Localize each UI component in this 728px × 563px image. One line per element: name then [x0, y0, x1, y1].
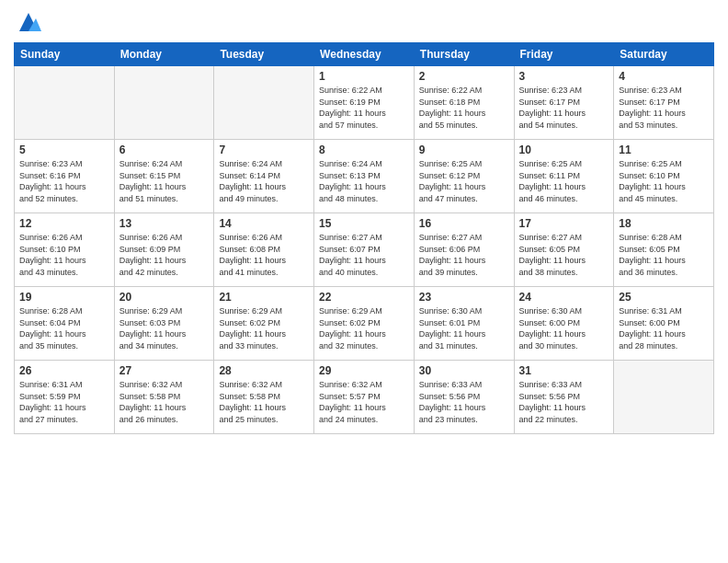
- day-number: 24: [519, 291, 609, 304]
- day-info: Sunrise: 6:26 AM Sunset: 6:08 PM Dayligh…: [219, 232, 309, 278]
- calendar-cell: 7Sunrise: 6:24 AM Sunset: 6:14 PM Daylig…: [214, 140, 314, 213]
- day-number: 14: [219, 217, 309, 230]
- day-info: Sunrise: 6:30 AM Sunset: 6:00 PM Dayligh…: [519, 305, 609, 351]
- day-number: 23: [419, 291, 509, 304]
- day-info: Sunrise: 6:25 AM Sunset: 6:10 PM Dayligh…: [619, 158, 709, 204]
- calendar-cell: 8Sunrise: 6:24 AM Sunset: 6:13 PM Daylig…: [314, 140, 415, 213]
- day-info: Sunrise: 6:26 AM Sunset: 6:09 PM Dayligh…: [119, 232, 210, 278]
- day-number: 7: [219, 144, 309, 156]
- calendar-cell: 20Sunrise: 6:29 AM Sunset: 6:03 PM Dayli…: [114, 287, 214, 361]
- day-number: 11: [619, 144, 709, 156]
- day-number: 8: [319, 144, 409, 156]
- day-info: Sunrise: 6:23 AM Sunset: 6:17 PM Dayligh…: [519, 85, 609, 131]
- weekday-header: Friday: [514, 43, 614, 66]
- calendar-cell: 5Sunrise: 6:23 AM Sunset: 6:16 PM Daylig…: [15, 140, 115, 213]
- calendar-cell: 15Sunrise: 6:27 AM Sunset: 6:07 PM Dayli…: [314, 213, 415, 287]
- calendar-cell: [114, 66, 214, 140]
- day-info: Sunrise: 6:33 AM Sunset: 5:56 PM Dayligh…: [519, 379, 609, 425]
- calendar-week-row: 19Sunrise: 6:28 AM Sunset: 6:04 PM Dayli…: [15, 287, 714, 361]
- day-number: 12: [19, 217, 109, 230]
- day-number: 6: [119, 144, 210, 156]
- day-number: 21: [219, 291, 309, 304]
- day-info: Sunrise: 6:27 AM Sunset: 6:07 PM Dayligh…: [319, 232, 409, 278]
- calendar-cell: [614, 361, 714, 434]
- calendar-cell: 4Sunrise: 6:23 AM Sunset: 6:17 PM Daylig…: [614, 66, 714, 140]
- weekday-header-row: SundayMondayTuesdayWednesdayThursdayFrid…: [15, 43, 714, 66]
- page: SundayMondayTuesdayWednesdayThursdayFrid…: [0, 0, 728, 563]
- day-number: 27: [119, 364, 210, 377]
- day-info: Sunrise: 6:22 AM Sunset: 6:18 PM Dayligh…: [419, 85, 509, 131]
- calendar-cell: 19Sunrise: 6:28 AM Sunset: 6:04 PM Dayli…: [15, 287, 115, 361]
- calendar-cell: 2Sunrise: 6:22 AM Sunset: 6:18 PM Daylig…: [414, 66, 514, 140]
- day-number: 17: [519, 217, 609, 230]
- calendar-cell: 24Sunrise: 6:30 AM Sunset: 6:00 PM Dayli…: [514, 287, 614, 361]
- calendar-cell: 9Sunrise: 6:25 AM Sunset: 6:12 PM Daylig…: [414, 140, 514, 213]
- day-info: Sunrise: 6:32 AM Sunset: 5:58 PM Dayligh…: [219, 379, 309, 425]
- calendar-week-row: 5Sunrise: 6:23 AM Sunset: 6:16 PM Daylig…: [15, 140, 714, 213]
- calendar-cell: 14Sunrise: 6:26 AM Sunset: 6:08 PM Dayli…: [214, 213, 314, 287]
- day-number: 15: [319, 217, 409, 230]
- calendar-cell: 13Sunrise: 6:26 AM Sunset: 6:09 PM Dayli…: [114, 213, 214, 287]
- day-info: Sunrise: 6:31 AM Sunset: 6:00 PM Dayligh…: [619, 305, 709, 351]
- day-info: Sunrise: 6:25 AM Sunset: 6:12 PM Dayligh…: [419, 158, 509, 204]
- day-number: 13: [119, 217, 210, 230]
- calendar-cell: 1Sunrise: 6:22 AM Sunset: 6:19 PM Daylig…: [314, 66, 415, 140]
- calendar: SundayMondayTuesdayWednesdayThursdayFrid…: [14, 42, 714, 434]
- calendar-cell: 21Sunrise: 6:29 AM Sunset: 6:02 PM Dayli…: [214, 287, 314, 361]
- day-info: Sunrise: 6:29 AM Sunset: 6:02 PM Dayligh…: [219, 305, 309, 351]
- day-number: 30: [419, 364, 509, 377]
- day-info: Sunrise: 6:29 AM Sunset: 6:03 PM Dayligh…: [119, 305, 210, 351]
- header: [14, 9, 714, 35]
- day-number: 20: [119, 291, 210, 304]
- day-number: 2: [419, 70, 509, 83]
- day-info: Sunrise: 6:28 AM Sunset: 6:04 PM Dayligh…: [19, 305, 109, 351]
- day-info: Sunrise: 6:28 AM Sunset: 6:05 PM Dayligh…: [619, 232, 709, 278]
- logo-icon: [16, 9, 41, 35]
- day-info: Sunrise: 6:33 AM Sunset: 5:56 PM Dayligh…: [419, 379, 509, 425]
- day-number: 1: [319, 70, 409, 83]
- weekday-header: Monday: [114, 43, 214, 66]
- calendar-cell: 23Sunrise: 6:30 AM Sunset: 6:01 PM Dayli…: [414, 287, 514, 361]
- day-info: Sunrise: 6:23 AM Sunset: 6:16 PM Dayligh…: [19, 158, 109, 204]
- day-number: 25: [619, 291, 709, 304]
- day-number: 22: [319, 291, 409, 304]
- calendar-cell: 3Sunrise: 6:23 AM Sunset: 6:17 PM Daylig…: [514, 66, 614, 140]
- weekday-header: Tuesday: [214, 43, 314, 66]
- weekday-header: Wednesday: [314, 43, 415, 66]
- calendar-week-row: 26Sunrise: 6:31 AM Sunset: 5:59 PM Dayli…: [15, 361, 714, 434]
- day-info: Sunrise: 6:32 AM Sunset: 5:58 PM Dayligh…: [119, 379, 210, 425]
- calendar-cell: 31Sunrise: 6:33 AM Sunset: 5:56 PM Dayli…: [514, 361, 614, 434]
- weekday-header: Saturday: [614, 43, 714, 66]
- calendar-cell: 6Sunrise: 6:24 AM Sunset: 6:15 PM Daylig…: [114, 140, 214, 213]
- day-number: 3: [519, 70, 609, 83]
- day-info: Sunrise: 6:27 AM Sunset: 6:05 PM Dayligh…: [519, 232, 609, 278]
- calendar-cell: 18Sunrise: 6:28 AM Sunset: 6:05 PM Dayli…: [614, 213, 714, 287]
- day-number: 18: [619, 217, 709, 230]
- day-number: 10: [519, 144, 609, 156]
- day-number: 26: [19, 364, 109, 377]
- day-number: 29: [319, 364, 409, 377]
- calendar-cell: [214, 66, 314, 140]
- weekday-header: Sunday: [15, 43, 115, 66]
- day-info: Sunrise: 6:23 AM Sunset: 6:17 PM Dayligh…: [619, 85, 709, 131]
- day-info: Sunrise: 6:26 AM Sunset: 6:10 PM Dayligh…: [19, 232, 109, 278]
- calendar-week-row: 12Sunrise: 6:26 AM Sunset: 6:10 PM Dayli…: [15, 213, 714, 287]
- day-info: Sunrise: 6:24 AM Sunset: 6:15 PM Dayligh…: [119, 158, 210, 204]
- day-info: Sunrise: 6:25 AM Sunset: 6:11 PM Dayligh…: [519, 158, 609, 204]
- calendar-cell: 22Sunrise: 6:29 AM Sunset: 6:02 PM Dayli…: [314, 287, 415, 361]
- calendar-cell: 28Sunrise: 6:32 AM Sunset: 5:58 PM Dayli…: [214, 361, 314, 434]
- day-number: 5: [19, 144, 109, 156]
- calendar-cell: 29Sunrise: 6:32 AM Sunset: 5:57 PM Dayli…: [314, 361, 415, 434]
- calendar-cell: 27Sunrise: 6:32 AM Sunset: 5:58 PM Dayli…: [114, 361, 214, 434]
- day-number: 4: [619, 70, 709, 83]
- calendar-cell: 10Sunrise: 6:25 AM Sunset: 6:11 PM Dayli…: [514, 140, 614, 213]
- day-info: Sunrise: 6:22 AM Sunset: 6:19 PM Dayligh…: [319, 85, 409, 131]
- calendar-cell: 12Sunrise: 6:26 AM Sunset: 6:10 PM Dayli…: [15, 213, 115, 287]
- calendar-cell: 11Sunrise: 6:25 AM Sunset: 6:10 PM Dayli…: [614, 140, 714, 213]
- calendar-week-row: 1Sunrise: 6:22 AM Sunset: 6:19 PM Daylig…: [15, 66, 714, 140]
- day-number: 19: [19, 291, 109, 304]
- weekday-header: Thursday: [414, 43, 514, 66]
- day-info: Sunrise: 6:29 AM Sunset: 6:02 PM Dayligh…: [319, 305, 409, 351]
- calendar-cell: 25Sunrise: 6:31 AM Sunset: 6:00 PM Dayli…: [614, 287, 714, 361]
- day-info: Sunrise: 6:30 AM Sunset: 6:01 PM Dayligh…: [419, 305, 509, 351]
